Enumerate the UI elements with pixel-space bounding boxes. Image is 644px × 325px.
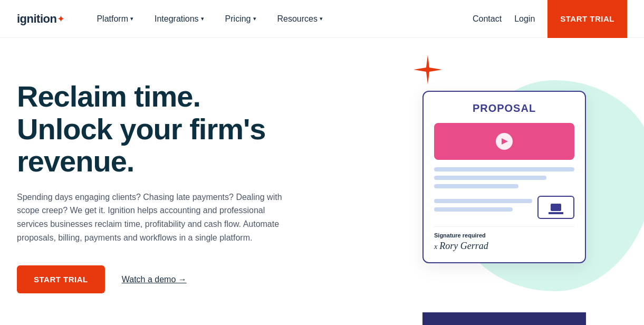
proposal-payment-row bbox=[434, 196, 574, 219]
nav-resources-label: Resources bbox=[277, 14, 318, 24]
card-chip-icon bbox=[551, 204, 561, 211]
nav-item-platform[interactable]: Platform ▾ bbox=[86, 10, 144, 28]
proposal-payment-line-2 bbox=[434, 207, 513, 212]
hero-headline-line3: revenue. bbox=[17, 145, 134, 178]
nav-item-pricing[interactable]: Pricing ▾ bbox=[215, 10, 267, 28]
proposal-signature: Signature required xRory Gerrad bbox=[434, 226, 574, 252]
nav-integrations-chevron: ▾ bbox=[201, 15, 204, 22]
proposal-title: PROPOSAL bbox=[434, 102, 574, 114]
sparkle-icon bbox=[412, 54, 444, 88]
hero-cta: START TRIAL Watch a demo → bbox=[17, 265, 333, 293]
signature-label: Signature required bbox=[434, 232, 574, 238]
nav-right: Contact Login START TRIAL bbox=[473, 0, 627, 38]
signature-x: x bbox=[434, 243, 437, 251]
card-stripe bbox=[549, 212, 563, 214]
nav-item-integrations[interactable]: Integrations ▾ bbox=[144, 10, 215, 28]
proposal-card: PROPOSAL bbox=[422, 91, 586, 263]
hero-left: Reclaim time. Unlock your firm's revenue… bbox=[17, 70, 333, 293]
nav-resources-chevron: ▾ bbox=[320, 15, 323, 22]
hero-start-trial-button[interactable]: START TRIAL bbox=[17, 265, 105, 293]
hero-right: PROPOSAL bbox=[380, 49, 644, 325]
nav-login[interactable]: Login bbox=[514, 14, 535, 24]
nav-pricing-chevron: ▾ bbox=[253, 15, 256, 22]
signature-name: xRory Gerrad bbox=[434, 241, 574, 252]
nav-start-trial-button[interactable]: START TRIAL bbox=[547, 0, 627, 38]
play-triangle bbox=[502, 138, 508, 145]
hero-headline: Reclaim time. Unlock your firm's revenue… bbox=[17, 80, 333, 178]
nav-integrations-label: Integrations bbox=[155, 14, 199, 24]
signature-value: Rory Gerrad bbox=[439, 241, 488, 251]
nav-pricing-label: Pricing bbox=[225, 14, 251, 24]
proposal-text-lines bbox=[434, 167, 574, 188]
nav-items: Platform ▾ Integrations ▾ Pricing ▾ Reso… bbox=[86, 10, 473, 28]
play-icon bbox=[496, 133, 513, 150]
logo-text: ignition bbox=[17, 12, 56, 26]
proposal-payment-card bbox=[537, 196, 574, 219]
hero-headline-line1: Reclaim time. bbox=[17, 80, 200, 113]
logo-star: ✦ bbox=[57, 14, 65, 24]
hero-section: Reclaim time. Unlock your firm's revenue… bbox=[0, 38, 644, 325]
proposal-payment-line-1 bbox=[434, 199, 532, 203]
hero-watch-demo-link[interactable]: Watch a demo → bbox=[122, 275, 187, 284]
proposal-video-thumbnail bbox=[434, 123, 574, 160]
phone-bottom-bar bbox=[422, 312, 586, 325]
hero-subtext: Spending days engaging clients? Chasing … bbox=[17, 190, 291, 244]
proposal-line-1 bbox=[434, 167, 574, 171]
hero-headline-line2: Unlock your firm's bbox=[17, 112, 265, 146]
nav-platform-chevron: ▾ bbox=[130, 15, 133, 22]
nav-item-resources[interactable]: Resources ▾ bbox=[267, 10, 333, 28]
nav-platform-label: Platform bbox=[97, 14, 128, 24]
proposal-payment-lines bbox=[434, 199, 532, 216]
proposal-line-3 bbox=[434, 184, 518, 188]
logo[interactable]: ignition ✦ bbox=[17, 12, 65, 26]
navbar: ignition ✦ Platform ▾ Integrations ▾ Pri… bbox=[0, 0, 644, 38]
proposal-line-2 bbox=[434, 176, 546, 180]
nav-contact[interactable]: Contact bbox=[473, 14, 502, 24]
